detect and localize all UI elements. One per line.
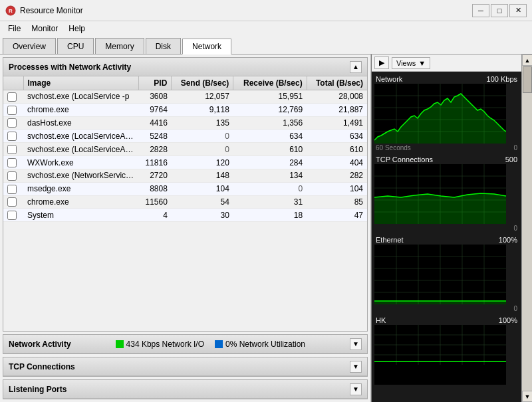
table-row[interactable]: svchost.exe (NetworkService... 2720 148 … [3,169,367,182]
scroll-thumb[interactable] [523,66,532,93]
tab-overview[interactable]: Overview [3,38,56,54]
row-receive: 18 [233,209,307,222]
row-checkbox [3,116,23,130]
main-content: Processes with Network Activity ▲ Image … [0,54,532,402]
scroll-down-arrow[interactable]: ▼ [522,391,532,402]
row-send: 148 [172,169,233,182]
processes-table: Image PID Send (B/sec) Receive (B/sec) T… [3,76,367,222]
row-send: 104 [172,182,233,195]
tcp-section-header[interactable]: TCP Connections ▼ [3,357,367,376]
row-total: 404 [307,156,367,169]
views-label: Views [396,59,416,67]
processes-table-scroll[interactable]: Image PID Send (B/sec) Receive (B/sec) T… [3,76,367,223]
menu-help[interactable]: Help [63,23,90,35]
svg-marker-31 [374,301,506,304]
processes-title: Processes with Network Activity [9,62,131,72]
network-utilization-indicator: 0% Network Utilization [215,340,305,349]
row-pid: 11560 [139,195,172,209]
tab-memory[interactable]: Memory [95,38,144,54]
views-button[interactable]: Views ▼ [392,57,430,69]
col-send-header[interactable]: Send (B/sec) [172,76,233,90]
col-total-header[interactable]: Total (B/sec) [307,76,367,90]
col-receive-header[interactable]: Receive (B/sec) [233,76,307,90]
row-image: svchost.exe (LocalServiceAn... [23,143,139,156]
ports-section-header[interactable]: Listening Ports ▼ [3,380,367,399]
menu-monitor[interactable]: Monitor [26,23,63,35]
chart-tcp-zero: 0 [513,225,517,232]
app-icon: R [5,5,16,16]
expand-button[interactable]: ▶ [374,56,389,69]
row-receive: 12,769 [233,103,307,116]
menu-file[interactable]: File [3,23,26,35]
network-util-value: 0% Network Utilization [225,340,305,349]
row-send: 0 [172,143,233,156]
tcp-title: TCP Connections [9,362,75,371]
chart-network-zero: 0 [513,144,517,151]
table-row[interactable]: System 4 30 18 47 [3,209,367,222]
row-total: 104 [307,182,367,195]
col-pid-header[interactable]: PID [139,76,172,90]
row-receive: 634 [233,130,307,143]
row-image: dasHost.exe [23,116,139,130]
chart-ethernet: Ethernet 100% [374,235,519,313]
tcp-collapse-btn[interactable]: ▼ [350,361,362,373]
close-button[interactable]: ✕ [509,4,527,17]
left-panel: Processes with Network Activity ▲ Image … [0,54,371,402]
listening-ports-section: Listening Ports ▼ [3,379,368,399]
row-receive: 284 [233,156,307,169]
tab-disk[interactable]: Disk [146,38,181,54]
row-checkbox [3,90,23,104]
network-activity-collapse-btn[interactable]: ▼ [350,338,362,350]
table-row[interactable]: WXWork.exe 11816 120 284 404 [3,156,367,169]
processes-collapse-btn[interactable]: ▲ [350,61,362,73]
row-checkbox [3,130,23,143]
row-receive: 134 [233,169,307,182]
row-checkbox [3,169,23,182]
tcp-connections-section: TCP Connections ▼ [3,357,368,377]
row-receive: 31 [233,195,307,209]
network-activity-section: Network Activity 434 Kbps Network I/O 0%… [3,334,368,354]
chart-tcp-header: TCP Connections 500 [374,155,519,164]
network-activity-header[interactable]: Network Activity 434 Kbps Network I/O 0%… [3,335,367,353]
svg-marker-21 [374,193,506,224]
table-row[interactable]: chrome.exe 9764 9,118 12,769 21,887 [3,103,367,116]
row-image: System [23,209,139,222]
tab-cpu[interactable]: CPU [57,38,94,54]
chart-tcp-title: TCP Connections [376,155,433,163]
table-row[interactable]: svchost.exe (LocalServiceAn... 5248 0 63… [3,130,367,143]
chart-tcp-canvas [374,164,506,224]
row-checkbox [3,209,23,222]
scroll-track [522,66,532,391]
chart-tcp-value: 500 [505,155,517,163]
processes-section-header[interactable]: Processes with Network Activity ▲ [3,58,367,76]
row-pid: 4 [139,209,172,222]
row-total: 21,887 [307,103,367,116]
blue-indicator-icon [215,340,223,348]
row-send: 9,118 [172,103,233,116]
tab-network[interactable]: Network [182,39,231,54]
row-pid: 2828 [139,143,172,156]
row-checkbox [3,143,23,156]
row-pid: 8808 [139,182,172,195]
table-row[interactable]: dasHost.exe 4416 135 1,356 1,491 [3,116,367,130]
svg-text:R: R [9,8,13,14]
table-row[interactable]: svchost.exe (LocalService -p 3608 12,057… [3,90,367,104]
chart-network-title: Network [376,75,402,83]
maximize-button[interactable]: □ [491,4,508,17]
scroll-up-arrow[interactable]: ▲ [522,54,532,66]
network-io-value: 434 Kbps Network I/O [126,340,204,349]
table-row[interactable]: chrome.exe 11560 54 31 85 [3,195,367,209]
chart-hk-value: 100% [499,316,517,324]
table-row[interactable]: svchost.exe (LocalServiceAn... 2828 0 61… [3,143,367,156]
chart-network: Network 100 Kbps [374,74,519,152]
chart-network-time-label: 60 Seconds [376,144,411,151]
row-image: chrome.exe [23,103,139,116]
window-title: Resource Monitor [20,6,472,15]
ports-collapse-btn[interactable]: ▼ [350,383,362,395]
table-row[interactable]: msedge.exe 8808 104 0 104 [3,182,367,195]
row-pid: 11816 [139,156,172,169]
col-image-header[interactable]: Image [23,76,139,90]
row-send: 12,057 [172,90,233,104]
minimize-button[interactable]: ─ [472,4,489,17]
chart-hk: HK 100% [374,316,519,385]
